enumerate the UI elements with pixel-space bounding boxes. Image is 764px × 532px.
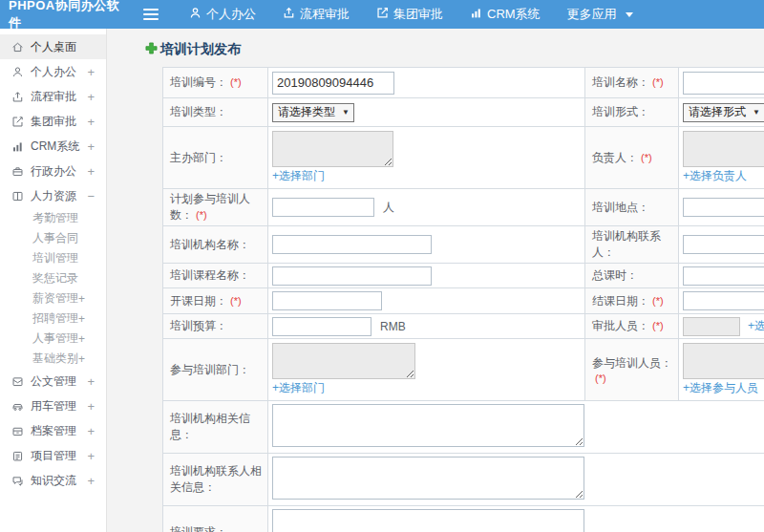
participants-textarea[interactable] (683, 343, 764, 379)
app-logo: PHPOA协同办公软件 (0, 0, 132, 32)
sidebar-subitem-salary-mgmt[interactable]: 薪资管理 + (0, 288, 106, 309)
sidebar-item-archive-mgmt[interactable]: 档案管理 + (0, 418, 106, 443)
form-row: 培训机构相关信息： (163, 401, 764, 454)
select-leader-link[interactable]: +选择负责人 (683, 168, 764, 184)
required-marker: (*) (652, 320, 664, 331)
form-row: 培训类型： 请选择类型▼ 培训形式： 请选择形式▼ (163, 98, 764, 127)
training-form-select[interactable]: 请选择形式▼ (683, 103, 764, 122)
field-label: 培训类型： (170, 105, 227, 118)
bar-chart-icon (470, 7, 482, 22)
end-date-input[interactable] (683, 291, 764, 310)
form-row: 培训课程名称： 总课时： (163, 264, 764, 288)
select-arrow-icon: ▼ (753, 108, 760, 117)
field-label: 培训预算： (170, 319, 227, 332)
select-dept-link[interactable]: +选择部门 (272, 168, 581, 184)
leader-textarea[interactable] (683, 131, 764, 167)
sidebar-item-document-mgmt[interactable]: 公文管理 + (0, 369, 106, 394)
sidebar-subitem-reward-punishment[interactable]: 奖惩记录 (0, 268, 106, 288)
sidebar-item-flow-approval[interactable]: 流程审批 + (0, 84, 106, 109)
sidebar-item-crm[interactable]: CRM系统 + (0, 134, 106, 159)
sidebar-subitem-personnel-mgmt[interactable]: 人事管理 + (0, 329, 106, 349)
sidebar-subitem-base-category[interactable]: 基础类别设置 + (0, 349, 106, 369)
training-no-input[interactable] (272, 72, 394, 95)
org-contact-info-textarea[interactable] (272, 457, 584, 500)
field-label: 参与培训部门： (170, 363, 250, 376)
car-icon (11, 399, 25, 413)
requirements-textarea[interactable] (272, 509, 584, 532)
field-label: 审批人员： (592, 319, 649, 332)
field-label: 主办部门： (170, 151, 227, 164)
course-name-input[interactable] (272, 266, 432, 286)
form-row: 培训机构名称： 培训机构联系人： (163, 226, 764, 264)
caret-down-icon (626, 12, 633, 17)
training-type-select[interactable]: 请选择类型▼ (272, 103, 354, 122)
field-label: 培训地点： (592, 201, 649, 214)
sidebar-item-knowledge-exchange[interactable]: 知识交流 + (0, 468, 106, 493)
person-icon (189, 7, 202, 22)
total-hours-input[interactable] (683, 266, 764, 286)
location-input[interactable] (683, 198, 764, 217)
nav-personal-office[interactable]: 个人办公 (176, 0, 269, 29)
field-label: 负责人： (592, 151, 638, 164)
currency-suffix: RMB (380, 320, 406, 333)
chat-icon (11, 474, 25, 487)
menu-toggle-icon[interactable] (143, 9, 159, 20)
main-content: 培训计划发布 培训编号：(*) 培训名称：(*) 培训类型： 请选择类型▼ 培训… (107, 29, 764, 532)
upload-flow-icon (283, 7, 295, 22)
nav-label: CRM系统 (487, 6, 541, 23)
sidebar-subitem-attendance[interactable]: 考勤管理 (0, 208, 106, 228)
nav-label: 更多应用 (567, 6, 617, 23)
budget-input[interactable] (272, 317, 371, 336)
sidebar-item-admin-office[interactable]: 行政办公 + (0, 159, 106, 183)
required-marker: (*) (595, 372, 606, 384)
org-contact-input[interactable] (683, 235, 764, 254)
field-label: 培训机构联系人： (592, 229, 661, 259)
sidebar-item-hr[interactable]: 人力资源 − (0, 183, 106, 208)
required-marker: (*) (196, 209, 207, 221)
start-date-input[interactable] (272, 291, 382, 310)
sidebar-subitem-training-mgmt[interactable]: 培训管理 (0, 248, 106, 268)
nav-more-apps[interactable]: 更多应用 (554, 0, 647, 29)
sidebar-subitem-hr-contract[interactable]: 人事合同 (0, 228, 106, 248)
planned-count-input[interactable] (272, 198, 374, 217)
bar-chart-icon (11, 139, 25, 153)
required-marker: (*) (652, 295, 664, 307)
form-row: 计划参与培训人数：(*) 人 培训地点： (163, 189, 764, 226)
book-icon (11, 189, 25, 202)
org-name-input[interactable] (272, 235, 432, 254)
sidebar-item-project-mgmt[interactable]: 项目管理 + (0, 443, 106, 468)
required-marker: (*) (652, 76, 664, 88)
nav-label: 个人办公 (206, 6, 256, 23)
training-name-input[interactable] (683, 72, 764, 95)
sidebar: 个人桌面 个人办公 + 流程审批 + 集团审批 + (0, 29, 107, 532)
org-info-textarea[interactable] (272, 404, 584, 447)
nav-group-approval[interactable]: 集团审批 (363, 0, 456, 29)
sidebar-item-personal-office[interactable]: 个人办公 + (0, 59, 106, 84)
approver-input[interactable] (683, 317, 740, 336)
field-label: 培训机构相关信息： (170, 412, 250, 441)
participating-depts-textarea[interactable] (272, 343, 415, 379)
select-participants-link[interactable]: +选择参与人员 (683, 380, 764, 396)
edit-square-icon (376, 7, 389, 22)
sidebar-item-personal-desktop[interactable]: 个人桌面 (0, 34, 106, 59)
nav-label: 流程审批 (300, 6, 350, 23)
select-dept-link[interactable]: +选择部门 (272, 380, 581, 396)
nav-crm-system[interactable]: CRM系统 (456, 0, 554, 29)
sidebar-subitem-recruit-mgmt[interactable]: 招聘管理 + (0, 309, 106, 329)
select-approver-link[interactable]: +选择审批人员 (748, 318, 764, 334)
sidebar-item-vehicle-mgmt[interactable]: 用车管理 + (0, 394, 106, 418)
field-label: 计划参与培训人数： (170, 192, 250, 222)
page-title: 培训计划发布 (145, 41, 764, 58)
host-dept-textarea[interactable] (272, 131, 393, 167)
field-label: 开课日期： (170, 294, 227, 308)
form-row: 培训机构联系人相关信息： (163, 454, 764, 506)
form-row: 开课日期：(*) 结课日期：(*) (163, 288, 764, 314)
training-plan-form: 培训编号：(*) 培训名称：(*) 培训类型： 请选择类型▼ 培训形式： 请选择… (162, 67, 764, 532)
app-window: PHPOA协同办公软件 个人办公 流程审批 集团审批 (0, 0, 764, 532)
home-icon (11, 40, 25, 53)
form-row: 主办部门： +选择部门 负责人：(*) +选择负责人 (163, 127, 764, 189)
sidebar-item-group-approval[interactable]: 集团审批 + (0, 109, 106, 134)
form-row: 培训要求： (163, 506, 764, 532)
form-row: 参与培训部门： +选择部门 参与培训人员：(*) +选择参与人员 (163, 339, 764, 401)
nav-flow-approval[interactable]: 流程审批 (269, 0, 363, 29)
